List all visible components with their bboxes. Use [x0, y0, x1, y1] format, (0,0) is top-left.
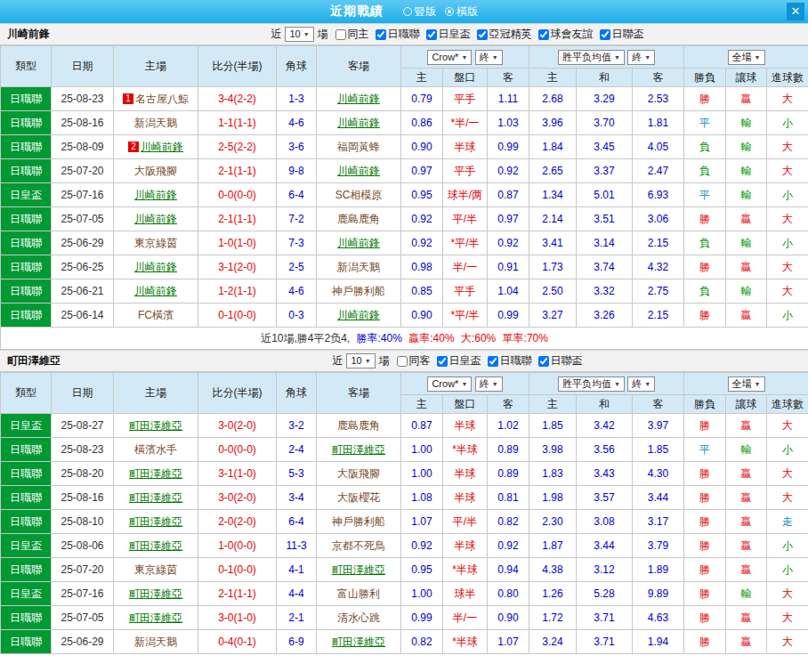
- home-team-link[interactable]: 橫濱水手: [134, 443, 177, 456]
- subcol-euro-draw: 和: [577, 395, 633, 414]
- filter-checkbox[interactable]: 日聯盃: [600, 27, 644, 42]
- home-team-link[interactable]: 町田澤維亞: [129, 467, 182, 480]
- home-team-link[interactable]: 東京綠茵: [134, 237, 177, 249]
- home-team-link[interactable]: 大阪飛腳: [134, 165, 177, 177]
- checkbox-input[interactable]: [376, 29, 386, 40]
- fulltime-dropdown[interactable]: 全場▼: [728, 50, 765, 65]
- away-team-link[interactable]: 町田澤維亞: [332, 443, 385, 456]
- home-team-cell: 町田澤維亞: [114, 606, 198, 630]
- odds-final-dropdown[interactable]: 終▼: [475, 376, 503, 392]
- home-team-link[interactable]: 川崎前鋒: [134, 261, 177, 273]
- recent-count-dropdown[interactable]: 10▼: [346, 353, 375, 368]
- col-corner-header: 角球: [277, 373, 317, 414]
- fulltime-dropdown[interactable]: 全場▼: [728, 376, 765, 392]
- euro-draw-odds: 3.44: [577, 534, 633, 558]
- checkbox-input[interactable]: [538, 356, 549, 367]
- away-team-link[interactable]: 福岡黃蜂: [337, 141, 380, 153]
- checkbox-input[interactable]: [477, 29, 488, 40]
- radio-horizontal-layout[interactable]: 橫版: [445, 4, 478, 20]
- away-team-link[interactable]: 町田澤維亞: [332, 636, 385, 648]
- home-team-link[interactable]: 名古屋八鯨: [135, 93, 189, 105]
- euro-home-odds: 1.98: [529, 486, 577, 510]
- away-team-link[interactable]: 京都不死鳥: [332, 539, 385, 552]
- recent-count-dropdown[interactable]: 10▼: [285, 27, 313, 42]
- home-team-cell: FC橫濱: [114, 304, 198, 328]
- score-cell: 2-5(2-2): [198, 135, 277, 159]
- asian-away-odds: 0.80: [488, 582, 529, 606]
- filter-bar: 近 10▼ 場 同主日職聯日皇盃亞冠精英球會友誼日聯盃: [271, 27, 643, 42]
- filter-checkbox[interactable]: 日職聯: [376, 27, 420, 42]
- euro-final-dropdown[interactable]: 終▼: [627, 376, 655, 392]
- euro-mean-dropdown[interactable]: 胜平负均值▼: [558, 376, 625, 392]
- away-team-link[interactable]: 鹿島鹿角: [337, 213, 380, 225]
- euro-away-odds: 1.81: [633, 111, 684, 135]
- filter-checkbox[interactable]: 亞冠精英: [477, 27, 532, 42]
- home-team-link[interactable]: FC橫濱: [138, 309, 174, 321]
- away-team-link[interactable]: 神戶勝利船: [332, 515, 385, 528]
- checkbox-input[interactable]: [335, 29, 346, 40]
- home-team-link[interactable]: 町田澤維亞: [129, 419, 182, 432]
- result-goals-cell: 大: [767, 255, 808, 279]
- home-team-cell: 大阪飛腳: [114, 159, 198, 183]
- euro-final-dropdown[interactable]: 終▼: [627, 50, 655, 65]
- home-team-link[interactable]: 川崎前鋒: [141, 141, 183, 153]
- chevron-down-icon: ▼: [492, 51, 498, 64]
- home-team-link[interactable]: 東京綠茵: [134, 563, 177, 576]
- home-team-link[interactable]: 川崎前鋒: [134, 285, 177, 297]
- away-team-link[interactable]: 神戶勝利船: [332, 285, 385, 297]
- checkbox-input[interactable]: [397, 356, 408, 367]
- away-team-link[interactable]: 川崎前鋒: [337, 309, 380, 321]
- away-team-link[interactable]: 清水心跳: [337, 611, 380, 624]
- radio-vertical-layout[interactable]: 豎版: [403, 4, 436, 20]
- away-team-link[interactable]: 富山勝利: [337, 587, 380, 600]
- home-team-link[interactable]: 町田澤維亞: [129, 491, 182, 504]
- home-team-link[interactable]: 町田澤維亞: [129, 611, 182, 624]
- away-team-link[interactable]: 町田澤維亞: [332, 563, 385, 576]
- filter-checkbox[interactable]: 球會友誼: [538, 27, 594, 42]
- filter-checkbox[interactable]: 日皇盃: [437, 353, 481, 368]
- home-team-link[interactable]: 町田澤維亞: [129, 515, 182, 528]
- corner-cell: 6-9: [277, 630, 317, 654]
- filter-checkbox[interactable]: 同主: [335, 27, 369, 42]
- league-type-cell: 日職聯: [1, 159, 52, 183]
- chevron-down-icon: ▼: [755, 51, 761, 64]
- filter-checkbox[interactable]: 同客: [397, 353, 431, 368]
- asian-home-odds: 0.95: [401, 183, 443, 207]
- home-team-link[interactable]: 町田澤維亞: [129, 587, 182, 600]
- checkbox-input[interactable]: [437, 356, 448, 367]
- filter-checkbox[interactable]: 日聯盃: [538, 353, 583, 368]
- checkbox-input[interactable]: [426, 29, 437, 40]
- match-row: 日職聯25-08-16新潟天鵝1-1(1-1)4-6川崎前鋒0.86*半/一1.…: [1, 111, 808, 135]
- checkbox-input[interactable]: [600, 29, 610, 40]
- away-team-link[interactable]: 川崎前鋒: [337, 117, 380, 129]
- away-team-link[interactable]: 新潟天鵝: [337, 261, 380, 273]
- odds-final-dropdown[interactable]: 終▼: [475, 50, 503, 65]
- home-team-link[interactable]: 新潟天鵝: [134, 636, 177, 648]
- euro-away-odds: 4.63: [633, 606, 684, 630]
- odds-company-dropdown[interactable]: Crow*▼: [427, 376, 472, 392]
- close-icon[interactable]: ✕: [787, 3, 804, 20]
- away-team-link[interactable]: 大阪飛腳: [337, 467, 380, 480]
- result-handicap-cell: 輸: [726, 231, 767, 255]
- filter-checkbox[interactable]: 日職聯: [488, 353, 532, 368]
- match-row: 日職聯25-06-25川崎前鋒3-1(2-0)2-5新潟天鵝0.98半/一0.9…: [1, 255, 808, 279]
- filter-checkbox[interactable]: 日皇盃: [426, 27, 471, 42]
- home-team-link[interactable]: 町田澤維亞: [129, 539, 182, 552]
- corner-cell: 7-2: [277, 207, 317, 231]
- away-team-link[interactable]: 川崎前鋒: [337, 165, 380, 177]
- away-team-link[interactable]: 大阪櫻花: [337, 491, 380, 504]
- away-team-link[interactable]: 鹿島鹿角: [337, 419, 380, 432]
- checkbox-input[interactable]: [538, 29, 549, 40]
- odds-company-dropdown[interactable]: Crow*▼: [427, 50, 472, 65]
- subcol-handicap: 盤口: [443, 395, 488, 414]
- home-team-link[interactable]: 川崎前鋒: [134, 189, 177, 201]
- away-team-link[interactable]: 川崎前鋒: [337, 93, 380, 105]
- euro-mean-dropdown[interactable]: 胜平负均值▼: [558, 50, 625, 65]
- away-team-link[interactable]: 川崎前鋒: [337, 237, 380, 249]
- col-away-header: 客場: [317, 373, 401, 414]
- away-team-link[interactable]: SC相模原: [335, 189, 383, 201]
- checkbox-input[interactable]: [488, 356, 498, 367]
- filter-checkboxes: 同客日皇盃日職聯日聯盃: [397, 353, 583, 368]
- home-team-link[interactable]: 川崎前鋒: [134, 213, 177, 225]
- home-team-link[interactable]: 新潟天鵝: [134, 117, 177, 129]
